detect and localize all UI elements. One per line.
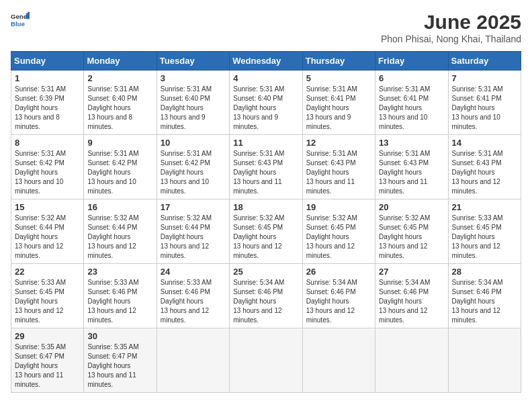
table-row <box>448 328 521 393</box>
col-sunday: Sunday <box>11 52 84 71</box>
table-row: 26 Sunrise: 5:34 AMSunset: 6:46 PMDaylig… <box>302 264 375 328</box>
title-area: June 2025 Phon Phisai, Nong Khai, Thaila… <box>381 11 521 44</box>
table-row: 17 Sunrise: 5:32 AMSunset: 6:44 PMDaylig… <box>157 199 229 264</box>
table-row: 12 Sunrise: 5:31 AMSunset: 6:43 PMDaylig… <box>302 135 375 199</box>
table-row: 6 Sunrise: 5:31 AMSunset: 6:41 PMDayligh… <box>375 71 448 135</box>
logo: General Blue <box>11 11 30 30</box>
header-row: Sunday Monday Tuesday Wednesday Thursday… <box>11 52 521 71</box>
main-title: June 2025 <box>381 11 521 34</box>
day-1: 1 Sunrise: 5:31 AMSunset: 6:39 PMDayligh… <box>11 71 84 135</box>
table-row: 22 Sunrise: 5:33 AMSunset: 6:45 PMDaylig… <box>11 264 84 328</box>
table-row: 15 Sunrise: 5:32 AMSunset: 6:44 PMDaylig… <box>11 199 84 264</box>
page-header: General Blue June 2025 Phon Phisai, Nong… <box>11 11 521 44</box>
col-saturday: Saturday <box>448 52 521 71</box>
logo-icon: General Blue <box>11 11 30 30</box>
subtitle: Phon Phisai, Nong Khai, Thailand <box>381 34 521 44</box>
table-row: 13 Sunrise: 5:31 AMSunset: 6:43 PMDaylig… <box>375 135 448 199</box>
table-row: 14 Sunrise: 5:31 AMSunset: 6:43 PMDaylig… <box>448 135 521 199</box>
week-row-5: 29 Sunrise: 5:35 AMSunset: 6:47 PMDaylig… <box>11 328 521 393</box>
week-row-4: 22 Sunrise: 5:33 AMSunset: 6:45 PMDaylig… <box>11 264 521 328</box>
col-monday: Monday <box>84 52 157 71</box>
table-row <box>157 328 229 393</box>
week-row-3: 15 Sunrise: 5:32 AMSunset: 6:44 PMDaylig… <box>11 199 521 264</box>
table-row: 29 Sunrise: 5:35 AMSunset: 6:47 PMDaylig… <box>11 328 84 393</box>
table-row: 7 Sunrise: 5:31 AMSunset: 6:41 PMDayligh… <box>448 71 521 135</box>
table-row: 3 Sunrise: 5:31 AMSunset: 6:40 PMDayligh… <box>157 71 229 135</box>
table-row <box>230 328 302 393</box>
table-row: 11 Sunrise: 5:31 AMSunset: 6:43 PMDaylig… <box>230 135 302 199</box>
table-row: 4 Sunrise: 5:31 AMSunset: 6:40 PMDayligh… <box>230 71 302 135</box>
table-row: 2 Sunrise: 5:31 AMSunset: 6:40 PMDayligh… <box>84 71 157 135</box>
table-row: 5 Sunrise: 5:31 AMSunset: 6:41 PMDayligh… <box>302 71 375 135</box>
table-row: 10 Sunrise: 5:31 AMSunset: 6:42 PMDaylig… <box>157 135 229 199</box>
table-row: 19 Sunrise: 5:32 AMSunset: 6:45 PMDaylig… <box>302 199 375 264</box>
table-row: 9 Sunrise: 5:31 AMSunset: 6:42 PMDayligh… <box>84 135 157 199</box>
col-tuesday: Tuesday <box>157 52 229 71</box>
table-row: 24 Sunrise: 5:33 AMSunset: 6:46 PMDaylig… <box>157 264 229 328</box>
week-row-2: 8 Sunrise: 5:31 AMSunset: 6:42 PMDayligh… <box>11 135 521 199</box>
col-thursday: Thursday <box>302 52 375 71</box>
table-row: 25 Sunrise: 5:34 AMSunset: 6:46 PMDaylig… <box>230 264 302 328</box>
table-row: 18 Sunrise: 5:32 AMSunset: 6:45 PMDaylig… <box>230 199 302 264</box>
col-wednesday: Wednesday <box>230 52 302 71</box>
table-row: 21 Sunrise: 5:33 AMSunset: 6:45 PMDaylig… <box>448 199 521 264</box>
calendar-table: Sunday Monday Tuesday Wednesday Thursday… <box>11 51 521 393</box>
week-row-1: 1 Sunrise: 5:31 AMSunset: 6:39 PMDayligh… <box>11 71 521 135</box>
table-row: 20 Sunrise: 5:32 AMSunset: 6:45 PMDaylig… <box>375 199 448 264</box>
svg-marker-2 <box>26 13 30 19</box>
table-row: 8 Sunrise: 5:31 AMSunset: 6:42 PMDayligh… <box>11 135 84 199</box>
table-row: 23 Sunrise: 5:33 AMSunset: 6:46 PMDaylig… <box>84 264 157 328</box>
table-row: 28 Sunrise: 5:34 AMSunset: 6:46 PMDaylig… <box>448 264 521 328</box>
table-row: 30 Sunrise: 5:35 AMSunset: 6:47 PMDaylig… <box>84 328 157 393</box>
col-friday: Friday <box>375 52 448 71</box>
svg-text:Blue: Blue <box>11 20 25 28</box>
table-row: 16 Sunrise: 5:32 AMSunset: 6:44 PMDaylig… <box>84 199 157 264</box>
table-row: 27 Sunrise: 5:34 AMSunset: 6:46 PMDaylig… <box>375 264 448 328</box>
table-row <box>302 328 375 393</box>
table-row <box>375 328 448 393</box>
